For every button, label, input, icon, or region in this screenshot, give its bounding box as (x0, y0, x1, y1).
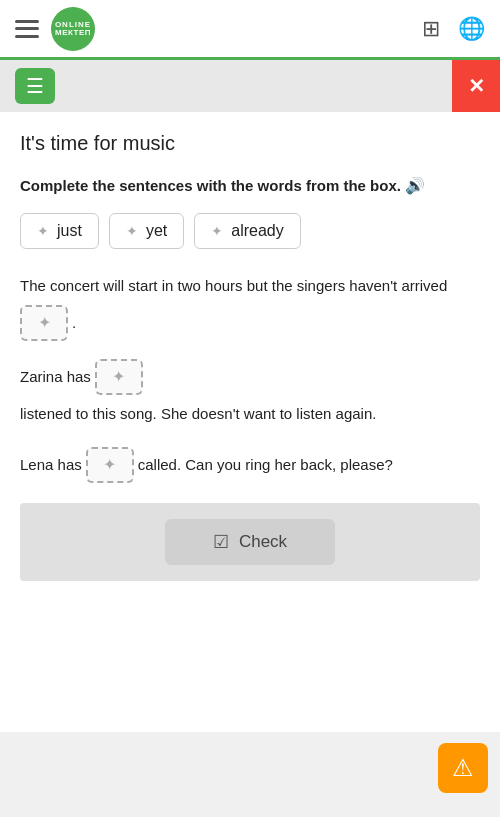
drop-zone-3[interactable]: ✦ (86, 447, 134, 483)
chip-already[interactable]: ✦ already (194, 213, 300, 249)
sentence-3-text-before: Lena has (20, 450, 82, 480)
hamburger-menu-icon[interactable] (15, 20, 39, 38)
chip-yet[interactable]: ✦ yet (109, 213, 184, 249)
warning-fab[interactable]: ⚠ (438, 743, 488, 793)
chip-already-label: already (231, 222, 283, 240)
drop-zone-2[interactable]: ✦ (95, 359, 143, 395)
sentence-3: Lena has ✦ called. Can you ring her back… (20, 447, 480, 483)
logo: ONLINE МЕКТЕП (51, 7, 95, 51)
instructions-text: Complete the sentences with the words fr… (20, 177, 401, 194)
sentence-2-line: Zarina has ✦ listened to this song. She … (20, 359, 480, 429)
check-area: ☑ Check (20, 503, 480, 581)
secondary-toolbar: ☰ ✕ (0, 60, 500, 112)
chip-just-label: just (57, 222, 82, 240)
sentence-2-text-after: listened to this song. She doesn't want … (20, 399, 376, 429)
check-button[interactable]: ☑ Check (165, 519, 335, 565)
main-content: It's time for music Complete the sentenc… (0, 112, 500, 732)
chip-yet-label: yet (146, 222, 167, 240)
nav-right: ⊞ 🌐 (422, 16, 485, 42)
close-button[interactable]: ✕ (452, 60, 500, 112)
grid-icon[interactable]: ⊞ (422, 16, 440, 42)
sentences: The concert will start in two hours but … (20, 271, 480, 483)
sentence-2-text-before: Zarina has (20, 362, 91, 392)
drag-icon-yet: ✦ (126, 223, 138, 239)
check-icon: ☑ (213, 531, 229, 553)
sentence-3-line: Lena has ✦ called. Can you ring her back… (20, 447, 480, 483)
sentence-1-text-before: The concert will start in two hours but … (20, 271, 447, 301)
sentence-1: The concert will start in two hours but … (20, 271, 480, 341)
top-nav: ONLINE МЕКТЕП ⊞ 🌐 (0, 0, 500, 60)
chip-just[interactable]: ✦ just (20, 213, 99, 249)
globe-icon[interactable]: 🌐 (458, 16, 485, 42)
sentence-3-text-after: called. Can you ring her back, please? (138, 450, 393, 480)
sentence-1-text-after: . (72, 308, 76, 338)
logo-line2: МЕКТЕП (55, 29, 91, 37)
drop-zone-1[interactable]: ✦ (20, 305, 68, 341)
speaker-icon[interactable]: 🔊 (405, 177, 425, 194)
drag-icon-already: ✦ (211, 223, 223, 239)
sentence-2: Zarina has ✦ listened to this song. She … (20, 359, 480, 429)
drag-icon-just: ✦ (37, 223, 49, 239)
instructions: Complete the sentences with the words fr… (20, 175, 480, 197)
word-chips: ✦ just ✦ yet ✦ already (20, 213, 480, 249)
menu-button[interactable]: ☰ (15, 68, 55, 104)
check-button-label: Check (239, 532, 287, 552)
warning-icon: ⚠ (452, 754, 474, 782)
lesson-title: It's time for music (20, 132, 480, 155)
sentence-1-line: The concert will start in two hours but … (20, 271, 480, 341)
